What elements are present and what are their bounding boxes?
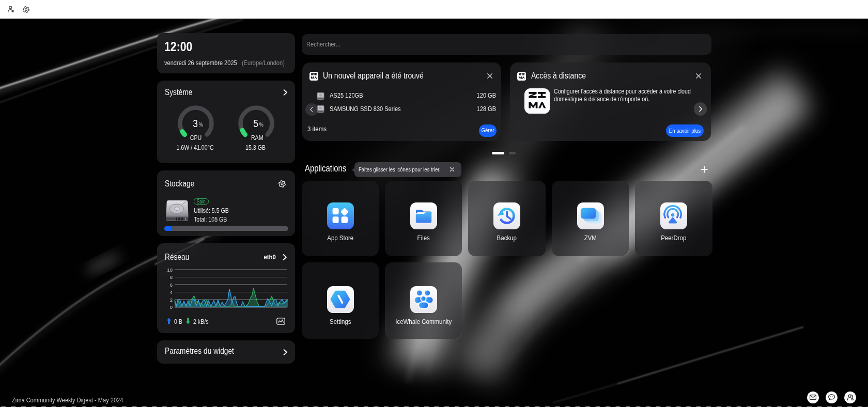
svg-text:0: 0 [170,304,173,310]
svg-text:RAM: RAM [251,134,264,141]
svg-text:5: 5 [253,118,258,130]
svg-text:6: 6 [170,282,173,288]
svg-text:CPU: CPU [190,134,202,141]
svg-text:4: 4 [170,289,173,295]
svg-text:2: 2 [170,297,173,303]
svg-text:%: % [199,122,203,128]
svg-text:3: 3 [193,118,198,130]
svg-text:8: 8 [170,274,173,280]
svg-text:10: 10 [167,267,173,273]
svg-text:%: % [259,122,264,128]
